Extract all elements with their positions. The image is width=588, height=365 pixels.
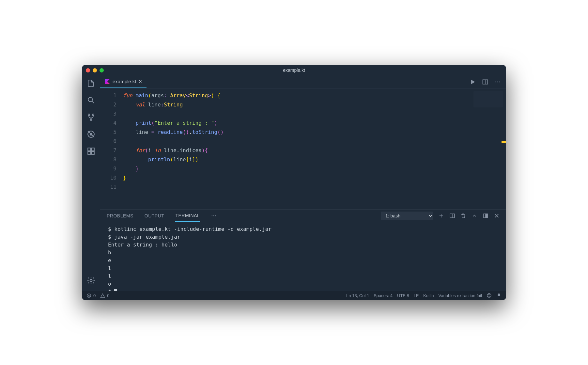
editor-container: example.kt × 1 2 3 4 5 6 7	[100, 75, 506, 291]
traffic-lights	[86, 68, 104, 72]
bell-icon[interactable]	[496, 293, 502, 298]
svg-point-34	[489, 294, 490, 295]
split-terminal-icon[interactable]	[449, 213, 455, 219]
svg-rect-8	[88, 148, 91, 151]
maximize-panel-icon[interactable]	[483, 213, 488, 219]
svg-point-15	[495, 81, 496, 82]
tabbar: example.kt ×	[100, 75, 506, 88]
feedback-smile-icon[interactable]	[487, 293, 492, 298]
svg-rect-11	[91, 151, 94, 154]
editor-body[interactable]: 1 2 3 4 5 6 7 8 9 10 11 fun main(args: A…	[100, 88, 506, 209]
minimap[interactable]	[473, 91, 503, 107]
svg-line-1	[92, 101, 94, 103]
terminal-select[interactable]: 1: bash	[381, 212, 433, 220]
terminal-cursor	[114, 289, 117, 291]
terminal-line: $	[108, 288, 498, 291]
more-actions-icon[interactable]	[494, 79, 501, 85]
terminal-line: Enter a string : hello	[108, 241, 498, 249]
scroll-marker	[502, 141, 506, 143]
kotlin-file-icon	[105, 79, 110, 84]
svg-point-16	[497, 81, 498, 82]
bottom-panel: PROBLEMS OUTPUT TERMINAL 1: bash	[100, 209, 506, 291]
source-control-icon[interactable]	[86, 113, 96, 122]
code-area[interactable]: fun main(args: Array<String>) { val line…	[123, 88, 506, 209]
close-tab-icon[interactable]: ×	[139, 79, 142, 85]
tab-output[interactable]: OUTPUT	[145, 210, 164, 222]
svg-point-19	[213, 215, 214, 216]
line-gutter: 1 2 3 4 5 6 7 8 9 10 11	[100, 88, 123, 209]
terminal-line: l	[108, 272, 498, 280]
extensions-icon[interactable]	[86, 147, 96, 156]
run-icon[interactable]	[470, 79, 476, 85]
svg-point-3	[92, 114, 94, 116]
terminal-line: e	[108, 257, 498, 264]
panel-more-icon[interactable]	[211, 213, 217, 219]
debug-icon[interactable]	[86, 130, 96, 139]
window-title: example.kt	[283, 68, 305, 73]
svg-point-4	[90, 119, 92, 120]
svg-point-18	[212, 215, 212, 216]
activity-bar	[82, 75, 100, 291]
status-spaces[interactable]: Spaces: 4	[374, 293, 393, 298]
svg-point-32	[487, 294, 491, 297]
svg-rect-10	[88, 151, 91, 154]
svg-point-17	[499, 81, 500, 82]
main-area: example.kt × 1 2 3 4 5 6 7	[82, 75, 506, 291]
terminal-line: o	[108, 280, 498, 288]
terminal-body[interactable]: $ kotlinc example.kt -include-runtime -d…	[100, 222, 506, 291]
status-encoding[interactable]: UTF-8	[397, 293, 409, 298]
maximize-window-button[interactable]	[100, 68, 104, 72]
terminal-line: $ kotlinc example.kt -include-runtime -d…	[108, 225, 498, 233]
watermark: codevscolor.com	[442, 290, 498, 291]
svg-point-12	[90, 279, 92, 282]
status-extension[interactable]: Variables extraction fail	[439, 293, 482, 298]
svg-point-0	[88, 97, 92, 102]
settings-gear-icon[interactable]	[86, 276, 96, 285]
close-window-button[interactable]	[86, 68, 90, 72]
svg-point-33	[488, 294, 488, 295]
status-language[interactable]: Kotlin	[423, 293, 434, 298]
status-position[interactable]: Ln 13, Col 1	[346, 293, 369, 298]
tab-filename: example.kt	[113, 79, 136, 84]
svg-rect-9	[91, 148, 94, 151]
terminal-line: h	[108, 249, 498, 257]
split-editor-icon[interactable]	[482, 79, 488, 85]
trash-icon[interactable]	[460, 213, 466, 219]
terminal-line: $ java -jar example.jar	[108, 233, 498, 241]
svg-rect-26	[486, 214, 487, 218]
tab-problems[interactable]: PROBLEMS	[107, 210, 133, 222]
terminal-line: l	[108, 264, 498, 272]
status-warnings[interactable]: 0	[100, 293, 109, 298]
statusbar: 0 0 Ln 13, Col 1 Spaces: 4 UTF-8 LF Kotl…	[82, 291, 506, 300]
status-eol[interactable]: LF	[414, 293, 419, 298]
minimize-window-button[interactable]	[93, 68, 97, 72]
close-panel-icon[interactable]	[494, 213, 500, 219]
panel-tabs: PROBLEMS OUTPUT TERMINAL 1: bash	[100, 210, 506, 222]
status-errors[interactable]: 0	[86, 293, 96, 298]
titlebar: example.kt	[82, 65, 506, 75]
editor-tab[interactable]: example.kt ×	[100, 75, 147, 88]
editor-window: example.kt	[82, 65, 506, 300]
editor-actions	[470, 75, 506, 88]
tab-terminal[interactable]: TERMINAL	[175, 210, 200, 222]
svg-point-2	[88, 114, 90, 116]
chevron-up-icon[interactable]	[472, 213, 477, 219]
search-icon[interactable]	[86, 96, 96, 105]
explorer-icon[interactable]	[86, 79, 96, 88]
svg-point-20	[215, 215, 216, 216]
new-terminal-icon[interactable]	[438, 213, 444, 219]
